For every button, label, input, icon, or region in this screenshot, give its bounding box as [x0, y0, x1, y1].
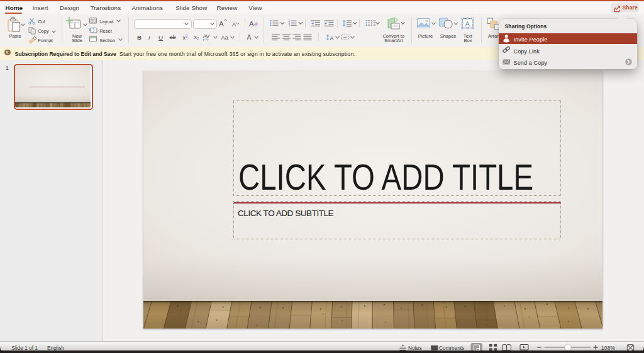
- svg-text:3: 3: [289, 24, 291, 27]
- svg-text:A: A: [330, 35, 334, 41]
- svg-text:A: A: [249, 20, 254, 28]
- svg-text:A: A: [465, 20, 470, 28]
- svg-text:A: A: [232, 21, 236, 28]
- svg-text:A: A: [219, 20, 224, 28]
